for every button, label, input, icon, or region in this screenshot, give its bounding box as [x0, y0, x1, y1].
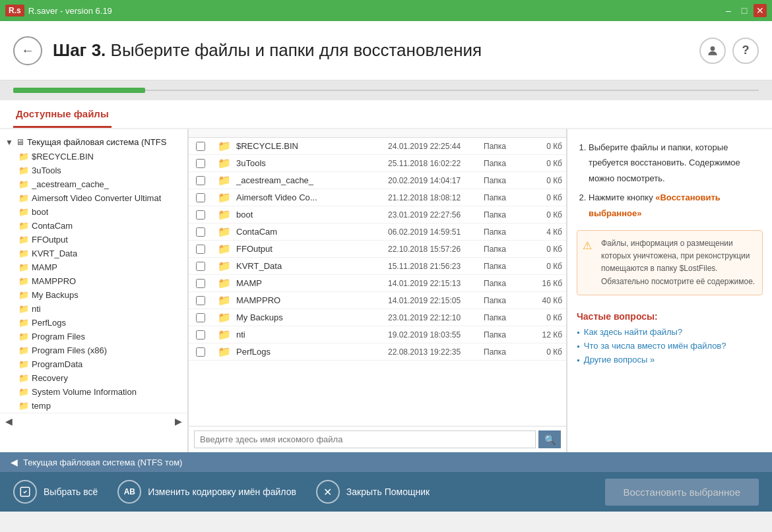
tree-item[interactable]: 📁PerfLogs — [0, 316, 187, 330]
tree-item[interactable]: 📁KVRT_Data — [0, 247, 187, 260]
select-all-button[interactable]: Выбрать всё — [13, 480, 98, 504]
file-date: 22.08.2013 19:22:35 — [388, 347, 484, 357]
file-size: 0 Кб — [530, 262, 566, 271]
tree-item[interactable]: 📁Recovery — [0, 371, 187, 385]
faq-item-1[interactable]: ● Как здесь найти файлы? — [577, 327, 763, 337]
file-date: 19.02.2019 18:03:55 — [388, 330, 484, 340]
table-row[interactable]: 📁 3uTools 25.11.2018 16:02:22 Папка 0 Кб — [189, 155, 566, 172]
user-button[interactable] — [699, 38, 726, 64]
faq-dot-3: ● — [577, 357, 580, 363]
file-date: 14.01.2019 22:15:05 — [388, 296, 484, 305]
file-size: 0 Кб — [530, 245, 566, 254]
file-name: 3uTools — [236, 158, 388, 168]
status-bar: ◀ Текущая файловая система (NTFS том) — [0, 452, 772, 472]
search-button[interactable]: 🔍 — [538, 430, 561, 448]
tree-item[interactable]: 📁System Volume Information — [0, 385, 187, 399]
back-button[interactable]: ← — [13, 36, 42, 65]
table-row[interactable]: 📁 nti 19.02.2019 18:03:55 Папка 12 Кб — [189, 326, 566, 343]
info-panel: Выберите файлы и папки, которые требуетс… — [567, 129, 772, 452]
row-checkbox[interactable] — [196, 142, 205, 151]
faq-item-3[interactable]: ● Другие вопросы » — [577, 355, 763, 365]
footer: Выбрать всё АВ Изменить кодировку имён ф… — [0, 472, 772, 512]
table-row[interactable]: 📁 _acestream_cache_ 20.02.2019 14:04:17 … — [189, 172, 566, 189]
tree-item[interactable]: 📁FFOutput — [0, 233, 187, 247]
tree-item[interactable]: 📁$RECYCLE.BIN — [0, 150, 187, 163]
file-type: Папка — [484, 296, 530, 305]
table-row[interactable]: 📁 MAMP 14.01.2019 22:15:13 Папка 16 Кб — [189, 275, 566, 292]
row-checkbox[interactable] — [196, 176, 205, 185]
restore-selected-button[interactable]: Восстановить выбранное — [605, 479, 759, 506]
tree-items: 📁$RECYCLE.BIN📁3uTools📁_acestream_cache_📁… — [0, 150, 187, 413]
row-checkbox[interactable] — [196, 262, 205, 271]
info-step2: Нажмите кнопку «Восстановить выбранное» — [589, 190, 763, 221]
change-encoding-button[interactable]: АВ Изменить кодировку имён файлов — [117, 480, 296, 504]
tree-item[interactable]: 📁My Backups — [0, 288, 187, 302]
tree-item[interactable]: 📁Aimersoft Video Converter Ultimat — [0, 191, 187, 205]
tree-root[interactable]: ▼ 🖥 Текущая файловая система (NTFS — [0, 134, 187, 150]
table-row[interactable]: 📁 boot 23.01.2019 22:27:56 Папка 0 Кб — [189, 206, 566, 223]
row-checkbox[interactable] — [196, 210, 205, 220]
tree-item[interactable]: 📁_acestream_cache_ — [0, 177, 187, 191]
table-row[interactable]: 📁 FFOutput 22.10.2018 15:57:26 Папка 0 К… — [189, 241, 566, 258]
close-button[interactable]: ✕ — [754, 4, 767, 17]
encoding-icon: АВ — [117, 480, 141, 504]
row-checkbox[interactable] — [196, 279, 205, 288]
tree-item[interactable]: 📁ContaCam — [0, 219, 187, 233]
table-row[interactable]: 📁 $RECYCLE.BIN 24.01.2019 22:25:44 Папка… — [189, 138, 566, 155]
table-row[interactable]: 📁 ContaCam 06.02.2019 14:59:51 Папка 4 К… — [189, 223, 566, 241]
faq-item-2[interactable]: ● Что за числа вместо имён файлов? — [577, 341, 763, 351]
tab-area: Доступные файлы — [0, 100, 772, 129]
row-checkbox[interactable] — [196, 159, 205, 168]
file-list-body: 📁 $RECYCLE.BIN 24.01.2019 22:25:44 Папка… — [189, 138, 566, 426]
info-steps: Выберите файлы и папки, которые требуетс… — [577, 140, 763, 221]
row-checkbox[interactable] — [196, 313, 205, 322]
faq-section: Частые вопросы: ● Как здесь найти файлы?… — [577, 311, 763, 365]
row-checkbox[interactable] — [196, 347, 205, 357]
minimize-button[interactable]: – — [722, 4, 735, 17]
search-input[interactable] — [194, 430, 536, 448]
file-name: Aimersoft Video Co... — [236, 192, 388, 202]
tree-item[interactable]: 📁Program Files (x86) — [0, 343, 187, 357]
file-date: 23.01.2019 22:27:56 — [388, 210, 484, 220]
close-wizard-button[interactable]: ✕ Закрыть Помощник — [316, 480, 430, 504]
tree-item[interactable]: 📁MAMPPRO — [0, 274, 187, 288]
row-checkbox[interactable] — [196, 296, 205, 305]
table-row[interactable]: 📁 MAMPPRO 14.01.2019 22:15:05 Папка 40 К… — [189, 292, 566, 309]
tree-item[interactable]: 📁temp — [0, 399, 187, 413]
tree-item[interactable]: 📁MAMP — [0, 260, 187, 274]
file-type: Папка — [484, 176, 530, 185]
tree-item[interactable]: 📁Program Files — [0, 330, 187, 343]
row-checkbox[interactable] — [196, 227, 205, 237]
table-row[interactable]: 📁 PerfLogs 22.08.2013 19:22:35 Папка 0 К… — [189, 343, 566, 361]
table-row[interactable]: 📁 KVRT_Data 15.11.2018 21:56:23 Папка 0 … — [189, 258, 566, 275]
maximize-button[interactable]: □ — [738, 4, 751, 17]
table-row[interactable]: 📁 Aimersoft Video Co... 21.12.2018 18:08… — [189, 189, 566, 206]
file-date: 25.11.2018 16:02:22 — [388, 159, 484, 168]
folder-icon: 📁 — [218, 243, 231, 255]
tree-scroll-controls: ◀ ▶ — [0, 413, 187, 429]
tree-item[interactable]: 📁ProgramData — [0, 357, 187, 371]
help-button[interactable]: ? — [732, 38, 759, 64]
scroll-right-icon[interactable]: ▶ — [175, 416, 182, 427]
titlebar-left: R.s R.saver - version 6.19 — [5, 5, 112, 16]
row-checkbox[interactable] — [196, 193, 205, 202]
folder-icon: 📁 — [218, 277, 231, 289]
file-type: Папка — [484, 279, 530, 288]
row-checkbox[interactable] — [196, 245, 205, 254]
row-checkbox[interactable] — [196, 330, 205, 340]
faq-title: Частые вопросы: — [577, 311, 763, 322]
file-size: 0 Кб — [530, 142, 566, 151]
folder-icon: 📁 — [218, 311, 231, 324]
scroll-left-icon[interactable]: ◀ — [5, 416, 13, 427]
faq-dot-1: ● — [577, 330, 580, 336]
file-size: 12 Кб — [530, 330, 566, 340]
file-name: MAMPPRO — [236, 295, 388, 305]
help-icon: ? — [742, 44, 750, 57]
tree-item[interactable]: 📁boot — [0, 205, 187, 219]
tree-item[interactable]: 📁3uTools — [0, 163, 187, 177]
tree-item[interactable]: 📁nti — [0, 302, 187, 316]
table-row[interactable]: 📁 My Backups 23.01.2019 22:12:10 Папка 0… — [189, 309, 566, 326]
titlebar-title: R.saver - version 6.19 — [28, 6, 112, 16]
available-files-tab[interactable]: Доступные файлы — [13, 100, 112, 128]
tree-panel: ▼ 🖥 Текущая файловая система (NTFS 📁$REC… — [0, 129, 188, 452]
